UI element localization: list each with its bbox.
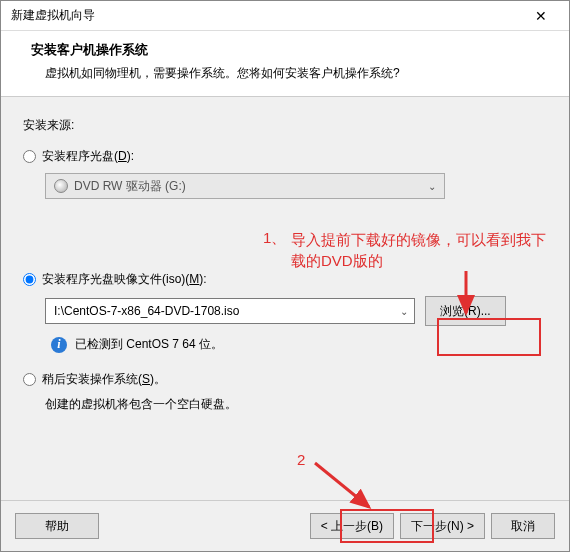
chevron-down-icon: ⌄ [400,306,408,317]
iso-path-value: I:\CentOS-7-x86_64-DVD-1708.iso [54,304,239,318]
back-button[interactable]: < 上一步(B) [310,513,394,539]
later-description: 创建的虚拟机将包含一个空白硬盘。 [45,396,547,413]
disc-drive-value: DVD RW 驱动器 (G:) [74,178,186,195]
next-button[interactable]: 下一步(N) > [400,513,485,539]
disc-icon [54,179,68,193]
option-later-label: 稍后安装操作系统(S)。 [42,371,166,388]
info-icon: i [51,337,67,353]
content-area: 安装来源: 安装程序光盘(D): DVD RW 驱动器 (G:) ⌄ 安装程序光… [1,97,569,500]
detected-row: i 已检测到 CentOS 7 64 位。 [51,336,547,353]
option-disc-row: 安装程序光盘(D): [23,148,547,165]
disc-drive-select[interactable]: DVD RW 驱动器 (G:) ⌄ [45,173,445,199]
option-iso-row: 安装程序光盘映像文件(iso)(M): [23,271,547,288]
radio-later[interactable] [23,373,36,386]
cancel-button[interactable]: 取消 [491,513,555,539]
source-label: 安装来源: [23,117,547,134]
radio-iso[interactable] [23,273,36,286]
close-icon: ✕ [535,8,547,24]
footer: 帮助 < 上一步(B) 下一步(N) > 取消 [1,500,569,551]
page-subtitle: 虚拟机如同物理机，需要操作系统。您将如何安装客户机操作系统? [31,65,539,82]
window-title: 新建虚拟机向导 [11,7,95,24]
iso-path-combo[interactable]: I:\CentOS-7-x86_64-DVD-1708.iso ⌄ [45,298,415,324]
radio-disc[interactable] [23,150,36,163]
wizard-header: 安装客户机操作系统 虚拟机如同物理机，需要操作系统。您将如何安装客户机操作系统? [1,31,569,97]
close-button[interactable]: ✕ [521,2,561,30]
chevron-down-icon: ⌄ [428,181,436,192]
help-button[interactable]: 帮助 [15,513,99,539]
option-iso-label: 安装程序光盘映像文件(iso)(M): [42,271,207,288]
titlebar: 新建虚拟机向导 ✕ [1,1,569,31]
option-later-row: 稍后安装操作系统(S)。 [23,371,547,388]
detected-text: 已检测到 CentOS 7 64 位。 [75,336,223,353]
browse-button[interactable]: 浏览(R)... [425,296,506,326]
page-title: 安装客户机操作系统 [31,41,539,59]
option-disc-label: 安装程序光盘(D): [42,148,134,165]
